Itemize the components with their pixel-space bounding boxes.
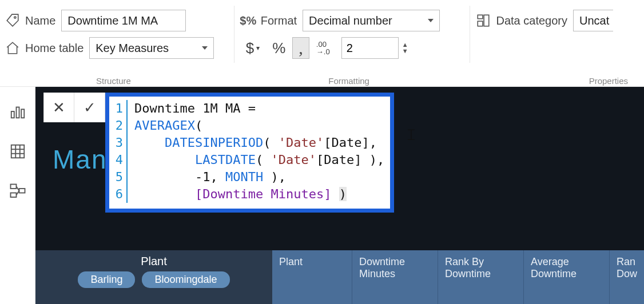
th-plant[interactable]: Plant bbox=[272, 250, 352, 304]
text-cursor-icon: 𝙸 bbox=[406, 126, 417, 145]
formula-cancel-button[interactable]: ✕ bbox=[43, 93, 74, 122]
format-symbol-icon: $% bbox=[240, 13, 256, 29]
name-label: Name bbox=[25, 14, 55, 27]
currency-button[interactable]: $▾ bbox=[240, 37, 265, 59]
data-category-label: Data category bbox=[496, 14, 567, 27]
svg-rect-5 bbox=[16, 107, 19, 118]
th-rank[interactable]: Rank By Downtime bbox=[438, 250, 524, 304]
decimals-input[interactable] bbox=[341, 37, 399, 59]
home-table-label: Home table bbox=[25, 42, 84, 55]
home-icon bbox=[5, 40, 21, 56]
category-icon bbox=[475, 13, 491, 29]
formula-editor[interactable]: 1Downtime 1M MA = 2AVERAGEX( 3 DATESINPE… bbox=[105, 93, 394, 213]
report-view-button[interactable] bbox=[8, 102, 27, 121]
data-view-button[interactable] bbox=[8, 142, 27, 161]
home-table-select[interactable]: Key Measures bbox=[89, 37, 214, 59]
svg-rect-13 bbox=[10, 193, 16, 198]
format-label: Format bbox=[261, 14, 297, 27]
percent-button[interactable]: % bbox=[267, 37, 291, 59]
slicer-option-barling[interactable]: Barling bbox=[78, 271, 135, 288]
th-avg-downtime[interactable]: Average Downtime bbox=[524, 250, 610, 304]
plant-slicer[interactable]: Plant Barling Bloomingdale bbox=[35, 250, 272, 304]
slicer-title: Plant bbox=[141, 254, 167, 271]
tag-icon bbox=[5, 13, 21, 29]
name-input[interactable]: Downtime 1M MA bbox=[61, 10, 186, 31]
decimals-down[interactable]: ▼ bbox=[402, 48, 408, 54]
svg-rect-2 bbox=[478, 21, 483, 26]
svg-rect-3 bbox=[484, 15, 490, 26]
svg-rect-7 bbox=[11, 145, 24, 158]
model-view-button[interactable] bbox=[8, 182, 27, 201]
svg-rect-4 bbox=[11, 111, 14, 118]
formatting-group-label: Formatting bbox=[240, 76, 458, 86]
properties-group-label: Properties bbox=[475, 76, 628, 86]
svg-rect-14 bbox=[19, 189, 25, 193]
data-category-select[interactable]: Uncat bbox=[573, 10, 613, 31]
th-rank-dow[interactable]: Ran Dow bbox=[610, 250, 644, 304]
format-select[interactable]: Decimal number bbox=[303, 10, 440, 31]
formula-commit-button[interactable]: ✓ bbox=[74, 93, 105, 122]
svg-rect-12 bbox=[10, 185, 16, 189]
thousands-button[interactable]: , bbox=[292, 37, 309, 59]
svg-rect-1 bbox=[478, 15, 483, 19]
svg-point-0 bbox=[14, 17, 16, 18]
svg-rect-6 bbox=[21, 109, 24, 118]
structure-group-label: Structure bbox=[5, 76, 222, 86]
decimal-shift-button[interactable]: .00→.0 bbox=[311, 37, 336, 59]
slicer-option-bloomingdale[interactable]: Bloomingdale bbox=[142, 271, 229, 288]
table-header-row: Plant Downtime Minutes Rank By Downtime … bbox=[272, 250, 644, 304]
th-downtime-minutes[interactable]: Downtime Minutes bbox=[352, 250, 438, 304]
